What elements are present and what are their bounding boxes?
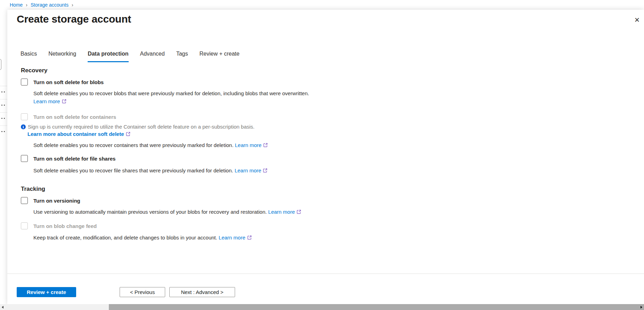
external-link-icon: [263, 143, 268, 147]
close-button[interactable]: ✕: [633, 16, 641, 24]
blob-change-feed-label: Turn on blob change feed: [33, 223, 97, 229]
tab-data-protection[interactable]: Data protection: [88, 51, 128, 62]
breadcrumb-chevron-icon: ›: [72, 2, 73, 8]
row-menu-ellipsis-icon[interactable]: [1, 91, 5, 92]
tab-review-create[interactable]: Review + create: [199, 51, 239, 62]
blob-change-feed-description: Keep track of create, modification, and …: [33, 234, 542, 241]
data-protection-content: Recovery Turn on soft delete for blobs S…: [21, 67, 542, 241]
next-advanced-button[interactable]: Next : Advanced >: [169, 287, 235, 297]
row-divider: [0, 99, 8, 99]
blobs-learn-more-link[interactable]: Learn more: [33, 98, 66, 104]
container-soft-delete-signup-link[interactable]: Learn more about container soft delete: [27, 131, 130, 137]
page-title: Create storage account: [17, 13, 131, 25]
change-feed-learn-more-link[interactable]: Learn more: [219, 235, 252, 240]
blob-change-feed-checkbox: [21, 222, 28, 229]
option-soft-delete-file-shares: Turn on soft delete for file shares: [21, 155, 542, 162]
close-icon: ✕: [634, 17, 640, 23]
containers-signup-info: i Sign up is currently required to utili…: [21, 124, 542, 130]
wizard-tabs: Basics Networking Data protection Advanc…: [21, 51, 240, 62]
external-link-icon: [297, 210, 301, 214]
soft-delete-blobs-checkbox[interactable]: [21, 79, 28, 85]
soft-delete-containers-label: Turn on soft delete for containers: [33, 114, 116, 120]
soft-delete-blobs-description: Soft delete enables you to recover blobs…: [33, 90, 542, 97]
containers-learn-more-link[interactable]: Learn more: [235, 142, 268, 148]
horizontal-scrollbar[interactable]: [0, 304, 644, 310]
tab-basics[interactable]: Basics: [21, 51, 37, 62]
row-divider: [0, 125, 8, 126]
horizontal-scrollbar-thumb[interactable]: [109, 304, 644, 310]
tracking-heading: Tracking: [21, 186, 542, 193]
versioning-description: Use versioning to automatically maintain…: [33, 209, 542, 215]
footer-divider: [7, 274, 644, 274]
external-link-icon: [263, 168, 267, 173]
row-menu-ellipsis-icon[interactable]: [1, 131, 5, 132]
external-link-icon: [126, 132, 130, 136]
row-divider: [0, 86, 8, 86]
breadcrumb: Home›Storage accounts›: [10, 2, 77, 8]
tab-tags[interactable]: Tags: [176, 51, 188, 62]
scroll-left-arrow-icon[interactable]: [2, 306, 3, 309]
row-menu-ellipsis-icon[interactable]: [1, 105, 5, 106]
breadcrumb-link-storage-accounts[interactable]: Storage accounts: [31, 2, 69, 8]
external-link-icon: [247, 235, 252, 240]
tab-advanced[interactable]: Advanced: [140, 51, 165, 62]
soft-delete-containers-checkbox: [21, 113, 28, 120]
breadcrumb-chevron-icon: ›: [26, 2, 27, 8]
info-icon: i: [21, 124, 26, 129]
tab-networking[interactable]: Networking: [48, 51, 76, 62]
create-storage-account-panel: Create storage account ✕ Basics Networki…: [7, 10, 644, 304]
row-menu-ellipsis-icon[interactable]: [1, 118, 5, 119]
background-row-checkbox: [0, 59, 1, 70]
external-link-icon: [62, 99, 66, 104]
versioning-label[interactable]: Turn on versioning: [33, 198, 80, 204]
option-soft-delete-blobs: Turn on soft delete for blobs: [21, 79, 542, 85]
scroll-right-arrow-icon[interactable]: [641, 306, 642, 309]
row-divider: [0, 112, 8, 113]
containers-signup-info-text: Sign up is currently required to utilize…: [28, 124, 255, 130]
option-soft-delete-containers: Turn on soft delete for containers: [21, 113, 542, 120]
background-page-strip: [0, 0, 7, 310]
review-create-button[interactable]: Review + create: [17, 287, 76, 297]
previous-button[interactable]: < Previous: [120, 287, 165, 297]
versioning-checkbox[interactable]: [21, 197, 28, 204]
soft-delete-blobs-label[interactable]: Turn on soft delete for blobs: [33, 79, 104, 85]
breadcrumb-link-home[interactable]: Home: [10, 2, 23, 8]
soft-delete-containers-description: Soft delete enables you to recover conta…: [33, 142, 542, 148]
soft-delete-file-shares-description: Soft delete enables you to recover file …: [33, 167, 542, 174]
soft-delete-file-shares-label[interactable]: Turn on soft delete for file shares: [33, 156, 115, 162]
file-shares-learn-more-link[interactable]: Learn more: [235, 168, 268, 173]
recovery-heading: Recovery: [21, 67, 542, 74]
option-versioning: Turn on versioning: [21, 197, 542, 204]
versioning-learn-more-link[interactable]: Learn more: [268, 209, 301, 215]
option-blob-change-feed: Turn on blob change feed: [21, 222, 542, 229]
soft-delete-file-shares-checkbox[interactable]: [21, 155, 28, 162]
